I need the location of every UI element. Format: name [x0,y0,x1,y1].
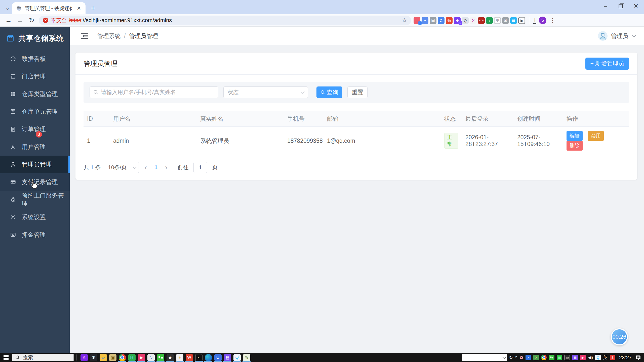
kuaishou-app[interactable]: K [80,354,88,361]
color-circle-app-slot[interactable]: ◕ [175,353,184,362]
tray-sogou-icon[interactable]: S [610,355,615,360]
next-page-button[interactable]: › [164,163,169,171]
ext-translate[interactable]: G [438,17,445,24]
tray-volume-icon[interactable]: ◀) [588,355,593,360]
perf-monitor-app[interactable]: ∿ [147,354,155,361]
ime-candidate-box[interactable] [462,354,507,361]
ext-palm[interactable]: Ψ [494,17,501,24]
status-select[interactable]: 状态 [223,86,308,98]
new-tab-button[interactable]: + [88,3,98,13]
ext-clipboard[interactable]: ▣ [518,17,525,24]
breadcrumb-root[interactable]: 管理系统 [97,32,120,40]
sidebar-item-orders[interactable]: 订单管理3 [0,120,70,138]
huorong-app-slot[interactable]: H [127,353,137,362]
sidebar-item-appointments[interactable]: 预约上门服务管理 [0,191,70,208]
ext-blue-grid[interactable]: ▦ [510,17,517,24]
window-close-button[interactable]: ✕ [632,3,639,10]
downloads-icon[interactable]: ↓ [533,17,536,24]
tab-close-icon[interactable]: ✕ [75,5,83,12]
tray-expand-icon[interactable]: ^ [515,355,517,360]
tray-flower-icon[interactable]: ✿ [519,355,523,360]
purple-grid-app-slot[interactable]: ▦ [223,353,232,362]
reset-button[interactable]: 重置 [347,86,368,98]
edge-browser-slot[interactable] [204,353,213,362]
u-app[interactable]: U [214,354,222,361]
taskbar-search-input[interactable]: 搜索 [12,354,74,361]
kuaishou-app-slot[interactable]: K [79,353,89,362]
back-button[interactable]: ← [4,17,13,24]
file-explorer-slot[interactable]: ▱ [98,353,108,362]
color-circle-app[interactable]: ◕ [176,354,183,361]
pink-media-app[interactable]: ▶ [138,354,145,361]
perf-monitor-app-slot[interactable]: ∿ [146,353,156,362]
tray-purple-grid-icon[interactable]: ▦ [572,355,578,360]
sidebar-item-warehouse-units[interactable]: 仓库单元管理 [0,103,70,120]
unity-app[interactable]: ◆ [167,354,174,361]
tray-wechat-icon[interactable] [549,355,554,360]
recording-timer-badge[interactable]: 00:26 [611,328,628,345]
start-button[interactable] [0,353,12,362]
user-menu[interactable]: 管理员 [598,31,635,41]
ext-doc-search[interactable]: Q [462,17,469,24]
tray-screen-lock-icon[interactable]: ▥ [557,355,562,360]
ext-x[interactable]: X [470,17,477,24]
photo-viewer-slot[interactable]: ▣ [108,353,117,362]
browser-tab[interactable]: 管理员管理 - 铁虎迷你仓管理系 ✕ [12,2,86,14]
disable-button[interactable]: 禁用 [588,131,604,141]
capcut-app-slot[interactable]: ✻ [89,353,98,362]
taskbar-clock[interactable]: 23:27 [619,355,632,360]
window-restore-button[interactable] [619,4,623,8]
tray-shield-x-icon[interactable]: ✕ [533,355,539,360]
query-button[interactable]: 查询 [316,86,342,98]
tray-qq-icon[interactable]: Q [595,355,601,360]
chrome-browser-slot[interactable] [117,353,127,362]
sidebar-item-deposits[interactable]: 押金管理 [0,226,70,244]
notes-app-slot[interactable]: ✎ [242,353,251,362]
bookmark-star-icon[interactable]: ☆ [401,17,407,24]
sidebar-item-settings[interactable]: 系统设置 [0,208,70,226]
wps-app[interactable]: W [186,354,193,361]
purple-grid-app[interactable]: ▦ [224,354,231,361]
ext-camera[interactable]: ◉ [502,17,509,24]
ext-pages[interactable]: ▤ [430,17,436,24]
file-explorer[interactable]: ▱ [100,354,107,361]
ext-percent[interactable]: % [446,17,453,24]
delete-button[interactable]: 删除 [567,141,583,151]
sidebar-item-admins[interactable]: 管理员管理 [0,156,70,173]
ext-pdf[interactable]: PDF [478,17,485,24]
add-admin-button[interactable]: +新增管理员 [585,58,629,70]
sidebar-item-users[interactable]: 用户管理 [0,138,70,156]
photo-viewer[interactable]: ▣ [109,354,116,361]
tray-refresh-icon[interactable]: ↻ [509,355,513,360]
tray-chrome-icon[interactable] [541,355,547,360]
not-secure-icon[interactable]: ✕ [43,18,48,23]
current-page[interactable]: 1 [152,164,159,171]
sidebar-item-stores[interactable]: 门店管理 [0,68,70,85]
sidebar-item-dashboard[interactable]: 数据看板 [0,50,70,68]
edge-browser[interactable] [205,354,212,361]
ext-keys[interactable]: ✦ [422,17,428,24]
ext-purple-badge5[interactable]: ◆5 [454,17,461,24]
tray-shield-check-icon[interactable]: ✓ [526,355,531,360]
prev-page-button[interactable]: ‹ [143,163,148,171]
tray-ime-indicator[interactable]: 英 [603,354,608,360]
goto-page-input[interactable]: 1 [193,162,207,173]
page-size-select[interactable]: 10条/页 [105,162,139,173]
qq-app[interactable]: Q [233,354,241,361]
not-secure-label[interactable]: 不安全 [51,17,67,24]
qq-app-slot[interactable]: Q [232,353,242,362]
reload-button[interactable]: ↻ [27,17,36,24]
tab-search-button[interactable]: ⌄ [3,3,12,12]
wechat-app-slot[interactable] [156,353,165,362]
terminal-app-slot[interactable]: >_ [194,353,204,362]
capcut-app[interactable]: ✻ [90,354,97,361]
ext-red-badge1[interactable]: 1 [414,17,420,24]
unity-app-slot[interactable]: ◆ [165,353,175,362]
u-app-slot[interactable]: U [213,353,223,362]
notes-app[interactable]: ✎ [243,354,250,361]
tray-dual-monitor-icon[interactable]: ▭ [565,355,570,360]
sidebar-collapse-icon[interactable] [81,33,88,39]
keyword-search-input[interactable]: 请输入用户名/手机号/真实姓名 [90,86,218,98]
browser-menu-icon[interactable]: ⋮ [550,17,555,24]
address-bar[interactable]: ✕ 不安全 https://sclhjk-adminmer.91xxt.com/… [39,16,411,25]
